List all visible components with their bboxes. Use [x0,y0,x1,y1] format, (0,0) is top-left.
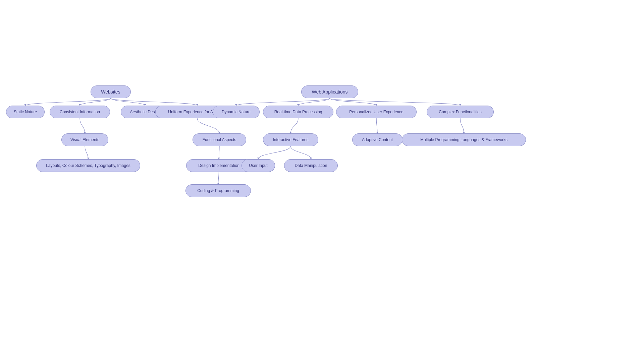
connector-complex_func-multiple_prog [460,118,464,133]
connector-web_apps-complex_func [330,98,460,106]
node-coding_prog: Coding & Programming [185,184,251,197]
node-personalized_ux: Personalized User Experience [336,106,417,118]
node-web_apps: Web Applications [301,85,358,98]
diagram-container: WebsitesWeb ApplicationsStatic NatureCon… [0,0,644,362]
connector-websites-consistent_info [80,98,111,106]
connector-websites-aesthetic_design [111,98,145,106]
node-user_input: User Input [241,159,275,172]
connector-interactive_features-user_input [258,146,291,159]
node-complex_func: Complex Functionalities [427,106,494,118]
connector-web_apps-dynamic_nature [236,98,330,106]
node-interactive_features: Interactive Features [263,133,318,146]
connector-personalized_ux-adaptive_content [376,118,377,133]
connector-websites-uniform_exp [111,98,197,106]
connector-design_impl-coding_prog [218,172,219,184]
connector-uniform_exp-functional_aspects [197,118,219,133]
node-layouts: Layouts, Colour Schemes, Typography, Ima… [36,159,140,172]
node-functional_aspects: Functional Aspects [193,133,246,146]
node-multiple_prog: Multiple Programming Languages & Framewo… [402,133,526,146]
connector-functional_aspects-design_impl [219,146,220,159]
node-visual_elements: Visual Elements [61,133,108,146]
node-websites: Websites [91,85,131,98]
node-consistent_info: Consistent Information [50,106,110,118]
connector-visual_elements-layouts [85,146,88,159]
connector-interactive_features-data_manip [291,146,311,159]
connector-web_apps-personalized_ux [330,98,376,106]
connector-web_apps-realtime_data [298,98,330,106]
node-data_manip: Data Manipulation [284,159,338,172]
connector-realtime_data-interactive_features [291,118,299,133]
node-adaptive_content: Adaptive Content [352,133,402,146]
connector-consistent_info-visual_elements [80,118,85,133]
connectors-svg [0,0,644,362]
node-realtime_data: Real-time Data Processing [263,106,333,118]
node-dynamic_nature: Dynamic Nature [213,106,260,118]
connector-websites-static_nature [25,98,111,106]
node-static_nature: Static Nature [6,106,45,118]
